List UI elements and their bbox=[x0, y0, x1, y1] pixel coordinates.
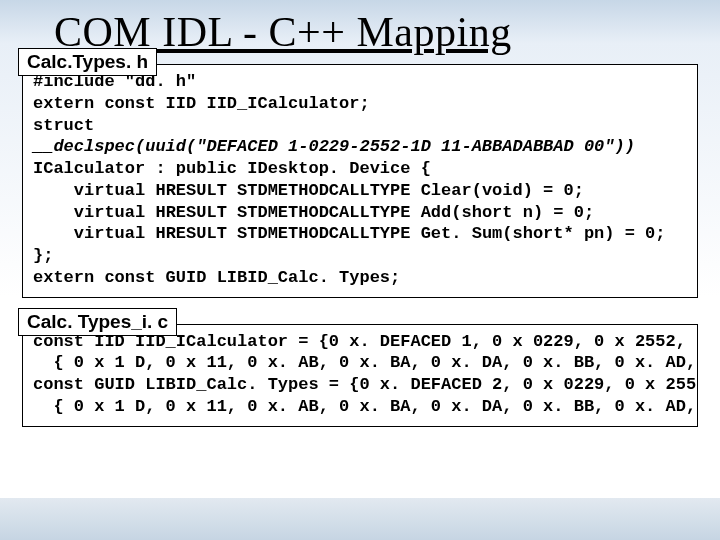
file-label-1: Calc.Types. h bbox=[18, 48, 157, 76]
code1-l3: struct bbox=[33, 116, 94, 135]
code2-l3: const GUID LIBID_Calc. Types = {0 x. DEF… bbox=[33, 375, 698, 394]
code1-l7: virtual HRESULT STDMETHODCALLTYPE Add(sh… bbox=[74, 203, 594, 222]
code1-l10: extern const GUID LIBID_Calc. Types; bbox=[33, 268, 400, 287]
slide: COM IDL - C++ Mapping Calc.Types. h #inc… bbox=[0, 0, 720, 427]
code2-l2: { 0 x 1 D, 0 x 11, 0 x. AB, 0 x. BA, 0 x… bbox=[33, 353, 698, 372]
code2-l4: { 0 x 1 D, 0 x 11, 0 x. AB, 0 x. BA, 0 x… bbox=[33, 397, 698, 416]
code1-l8: virtual HRESULT STDMETHODCALLTYPE Get. S… bbox=[74, 224, 666, 243]
code1-l9: }; bbox=[33, 246, 53, 265]
file-label-2: Calc. Types_i. c bbox=[18, 308, 177, 336]
code-box-2: const IID IID_ICalculator = {0 x. DEFACE… bbox=[22, 324, 698, 427]
code1-l6: virtual HRESULT STDMETHODCALLTYPE Clear(… bbox=[74, 181, 584, 200]
code1-l2: extern const IID IID_ICalculator; bbox=[33, 94, 370, 113]
code1-l4: __declspec(uuid("DEFACED 1-0229-2552-1D … bbox=[33, 137, 635, 156]
code1-l5: ICalculator : public IDesktop. Device { bbox=[33, 159, 431, 178]
code-box-1: #include "dd. h" extern const IID IID_IC… bbox=[22, 64, 698, 298]
